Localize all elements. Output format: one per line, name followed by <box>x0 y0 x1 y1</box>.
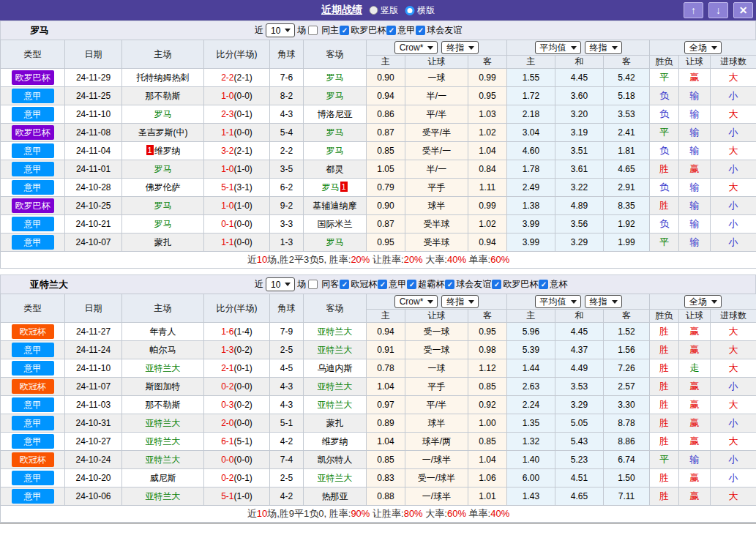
team-link: 亚特兰大 <box>146 455 181 465</box>
match-date: 24-10-28 <box>65 179 122 197</box>
halftime-score: (0-0) <box>234 455 252 465</box>
handicap-odds-cell: 球半 <box>405 414 468 433</box>
move-up-button[interactable]: ↑ <box>684 2 703 18</box>
odds-time-select[interactable]: 终指 <box>441 295 479 308</box>
recent-label: 近 <box>255 278 263 291</box>
result-cell: 负 <box>650 215 679 233</box>
recent-count-select[interactable]: 10 <box>266 23 295 37</box>
close-button[interactable]: ✕ <box>733 2 753 18</box>
handicap-odds-cell: 半/一 <box>405 87 468 105</box>
handicap-odds-cell: 受一球 <box>405 341 468 359</box>
result-cell: 胜 <box>650 160 679 179</box>
result-cell: 胜 <box>650 414 679 433</box>
matches-table: 类型 日期 主场 比分(半场) 角球 客场 Crow* 终指 平均值 <box>0 40 756 269</box>
competition-checkbox[interactable]: ✓ <box>378 280 387 289</box>
team-link: 蒙扎 <box>326 418 344 428</box>
competition-checkbox[interactable]: ✓ <box>340 280 349 289</box>
team-link: 乌迪内斯 <box>318 363 353 373</box>
view-option-horizontal[interactable]: 横版 <box>405 4 435 17</box>
match-row: 欧冠杯24-10-24亚特兰大0-0(0-0)7-4凯尔特人0.85一/球半1.… <box>1 451 756 469</box>
fulltime-score: 1-0 <box>221 91 233 101</box>
corner-cell: 4-3 <box>270 105 304 124</box>
handicap-odds-cell: 0.88 <box>367 487 405 506</box>
fulltime-score: 2-3 <box>221 109 233 119</box>
chevron-down-icon <box>427 300 433 304</box>
competition-checkbox[interactable]: ✓ <box>386 26 396 35</box>
result-cell: 大 <box>711 105 756 124</box>
sub-col-home-odds: 主 <box>367 56 405 69</box>
competition-type-cell: 意甲 <box>1 179 65 197</box>
competition-checkbox[interactable]: ✓ <box>340 26 349 35</box>
match-row: 意甲24-11-03那不勒斯0-3(0-2)4-3亚特兰大0.97平/半0.92… <box>1 396 756 414</box>
result-cell: 负 <box>650 87 679 105</box>
view-option-vertical[interactable]: 竖版 <box>369 4 398 17</box>
match-row: 意甲24-11-10亚特兰大2-1(0-1)4-5乌迪内斯0.78一球1.121… <box>1 359 756 378</box>
handicap-odds-cell: 平/半 <box>405 396 468 414</box>
result-cell: 平 <box>650 233 679 252</box>
avg-odds-cell: 3.20 <box>555 105 604 124</box>
sub-col-avg-away: 客 <box>604 56 650 69</box>
odds-source-select[interactable]: Crow* <box>394 41 438 54</box>
away-team-cell: 罗马 <box>304 69 367 87</box>
home-team-cell: 1维罗纳 <box>122 142 204 160</box>
match-date: 24-11-04 <box>65 142 122 160</box>
competition-type-badge: 欧冠杯 <box>12 379 54 394</box>
competition-checkbox[interactable]: ✓ <box>539 280 548 289</box>
competition-filters: ✓欧冠杯✓意甲✓超霸杯✓球会友谊✓欧罗巴杯✓意杯 <box>340 278 568 291</box>
result-cell: 大 <box>711 487 756 506</box>
avg-time-select[interactable]: 终指 <box>585 295 622 308</box>
competition-type-badge: 意甲 <box>12 416 54 430</box>
competition-type-badge: 意甲 <box>12 162 54 176</box>
match-date: 24-10-25 <box>65 197 122 215</box>
matches-tbody: 欧冠杯24-11-27年青人1-6(1-4)7-9亚特兰大0.94受一球0.95… <box>1 323 756 506</box>
competition-type-badge: 欧罗巴杯 <box>12 198 54 213</box>
avg-select[interactable]: 平均值 <box>535 41 581 54</box>
handicap-odds-cell: 0.87 <box>367 215 405 233</box>
down-arrow-icon: ↓ <box>716 4 721 16</box>
radio-selected-icon[interactable] <box>405 6 414 15</box>
corner-cell: 4-3 <box>270 396 304 414</box>
competition-checkbox[interactable]: ✓ <box>407 280 416 289</box>
result-cell: 输 <box>679 124 711 142</box>
handicap-odds-cell: 1.06 <box>468 469 507 487</box>
filter-bar: 近 10 场 同客 ✓欧冠杯✓意甲✓超霸杯✓球会友谊✓欧罗巴杯✓意杯 <box>255 277 570 291</box>
avg-select[interactable]: 平均值 <box>535 295 581 308</box>
result-cell: 赢 <box>679 469 711 487</box>
avg-odds-cell: 1.52 <box>604 323 650 341</box>
avg-odds-cell: 4.37 <box>555 341 604 359</box>
competition-label: 欧罗巴杯 <box>351 24 386 37</box>
score-cell: 0-2(0-1) <box>204 469 270 487</box>
fulltime-score: 5-1 <box>221 182 233 193</box>
away-team-cell: 罗马1 <box>304 179 367 197</box>
recent-count-select[interactable]: 10 <box>266 277 295 291</box>
competition-type-cell: 欧罗巴杯 <box>1 69 65 87</box>
handicap-odds-cell: 0.99 <box>468 69 507 87</box>
competition-checkbox[interactable]: ✓ <box>445 280 454 289</box>
radio-unselected-icon[interactable] <box>369 6 378 15</box>
match-row: 意甲24-10-21罗马0-1(0-0)3-3国际米兰0.87受半球1.023.… <box>1 215 756 233</box>
fulltime-score: 0-0 <box>221 455 233 465</box>
score-cell: 1-6(1-4) <box>204 323 270 341</box>
result-cell: 大 <box>711 323 756 341</box>
scope-select[interactable]: 全场 <box>684 295 722 308</box>
handicap-odds-cell: 受一球 <box>405 323 468 341</box>
home-team-cell: 亚特兰大 <box>122 414 204 433</box>
competition-checkbox[interactable]: ✓ <box>492 280 501 289</box>
home-team-cell: 那不勒斯 <box>122 396 204 414</box>
odds-source-select[interactable]: Crow* <box>394 295 438 308</box>
scope-select[interactable]: 全场 <box>684 41 722 54</box>
odds-time-select[interactable]: 终指 <box>441 41 479 54</box>
avg-odds-cell: 4.51 <box>555 469 604 487</box>
handicap-odds-cell: 受半球 <box>405 215 468 233</box>
away-team-cell: 亚特兰大 <box>304 378 367 396</box>
competition-checkbox[interactable]: ✓ <box>416 26 425 35</box>
team-link: 罗马 <box>326 91 344 101</box>
result-cell: 赢 <box>679 433 711 451</box>
same-venue-checkbox[interactable] <box>308 26 318 35</box>
avg-time-select[interactable]: 终指 <box>585 41 622 54</box>
move-down-button[interactable]: ↓ <box>708 2 728 18</box>
match-date: 24-10-20 <box>65 469 122 487</box>
same-venue-checkbox[interactable] <box>308 280 318 289</box>
corner-cell: 4-2 <box>270 433 304 451</box>
summary-segment: 场,胜9平1负0, 胜率: <box>267 508 351 519</box>
